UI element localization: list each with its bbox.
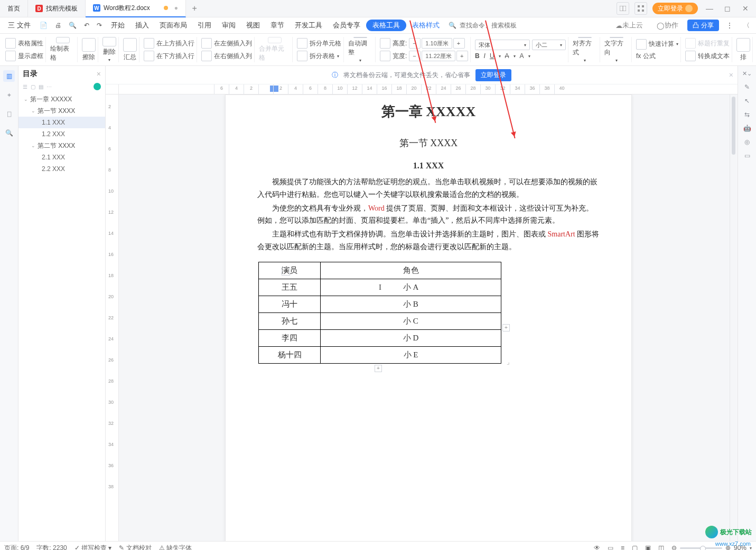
menu-reference[interactable]: 引用 (193, 18, 216, 32)
v-ruler[interactable]: 2468101214161820222426283032343638 (106, 94, 119, 541)
minimize-button[interactable]: — (703, 4, 716, 13)
menu-view[interactable]: 视图 (241, 18, 265, 32)
align[interactable]: 对齐方式▾ (571, 37, 600, 62)
table-cell[interactable]: 小 D (321, 329, 501, 346)
table-resize-icon[interactable]: ⌟ (507, 358, 510, 366)
sort[interactable]: 排 (734, 37, 753, 62)
show-grid[interactable]: 显示虚框 (18, 52, 43, 61)
save-icon[interactable]: 📄 (36, 20, 51, 31)
table-cell[interactable]: 小 AI (321, 279, 501, 296)
bold-button[interactable]: B (475, 52, 480, 60)
bookmark-icon[interactable]: ⎕ (3, 108, 15, 120)
table-header[interactable]: 角色 (321, 262, 501, 279)
new-tab-button[interactable]: + (186, 4, 203, 13)
redo-icon[interactable]: ↷ (94, 20, 105, 31)
split-table[interactable]: 拆分表格 (310, 52, 335, 61)
outline-node[interactable]: 2.1 XXX (18, 151, 105, 163)
table-props[interactable]: 表格属性 (18, 39, 43, 48)
highlight-button[interactable]: A (520, 52, 524, 60)
table-header[interactable]: 演员 (259, 262, 321, 279)
sync-dot-icon[interactable] (94, 83, 101, 90)
banner-login-button[interactable]: 立即登录 (475, 69, 511, 81)
tab-document[interactable]: WWord教程2.docx● (86, 0, 186, 17)
menu-vip[interactable]: 会员专享 (328, 18, 365, 32)
collapse-ribbon-icon[interactable]: 〈 (740, 20, 753, 31)
more-icon[interactable]: ⋮ (723, 20, 736, 31)
login-button[interactable]: 立即登录 (652, 3, 698, 14)
menu-review[interactable]: 审阅 (217, 18, 240, 32)
table-cell[interactable]: 小 E (321, 346, 501, 363)
settings-icon[interactable]: ⇆ (744, 111, 750, 118)
menu-table-tool[interactable]: 表格工具 (366, 20, 406, 31)
v-scrollbar[interactable] (730, 94, 738, 541)
inc-w[interactable]: + (456, 51, 468, 61)
file-menu[interactable]: 三 文件 (3, 18, 35, 32)
share-button[interactable]: 凸 分享 (687, 20, 719, 31)
text-direction[interactable]: 文字方向▾ (602, 37, 632, 62)
print-icon[interactable]: 🖨 (52, 20, 64, 31)
proofing[interactable]: ✎ 文档校对 (119, 544, 151, 551)
apps-icon[interactable] (634, 2, 647, 15)
menu-start[interactable]: 开始 (106, 18, 129, 32)
outline-node[interactable]: 1.2 XXX (18, 128, 105, 140)
summary[interactable]: 汇总 (121, 37, 139, 62)
table-cell[interactable]: 小 C (321, 312, 501, 329)
collab-button[interactable]: ◯ 协作 (652, 18, 683, 32)
view-web-icon[interactable]: ▢ (632, 544, 638, 550)
search-rail-icon[interactable]: 🔍 (3, 127, 15, 139)
view-focus-icon[interactable]: ◫ (658, 544, 664, 550)
menu-chapter[interactable]: 章节 (266, 18, 289, 32)
view-outline-icon[interactable]: ≡ (621, 544, 624, 550)
eye-icon[interactable]: 👁 (594, 544, 600, 550)
view-print-icon[interactable]: ▭ (608, 544, 613, 550)
close-rail-icon[interactable]: ✕⌄ (742, 70, 752, 77)
delete-cells[interactable]: 删除▾ (100, 37, 119, 62)
outline-toggle-icon[interactable]: ▥ (3, 70, 15, 82)
width-value[interactable]: 11.22厘米 (422, 51, 455, 61)
height-value[interactable]: 1.10厘米 (422, 38, 452, 49)
view-read-icon[interactable]: ▣ (645, 544, 651, 550)
document-page[interactable]: 第一章 XXXXX 第一节 XXXX 1.1 XXX 视频提供了功能强大的方法帮… (225, 94, 632, 541)
command-search[interactable]: 🔍 (449, 21, 519, 30)
insert-col-right[interactable]: 在右侧插入列 (214, 52, 252, 61)
inc-h[interactable]: + (453, 38, 465, 49)
formula[interactable]: fx 公式 (636, 52, 656, 61)
spellcheck[interactable]: ✓ 拼写检查 ▾ (74, 544, 112, 551)
add-row-icon[interactable]: + (375, 365, 382, 372)
table-cell[interactable]: 李四 (259, 329, 321, 346)
insert-row-below[interactable]: 在下方插入行 (156, 52, 194, 61)
font-select[interactable]: 宋体▾ (475, 40, 530, 50)
edit-icon[interactable]: ✎ (744, 83, 750, 91)
insert-row-above[interactable]: 在上方插入行 (156, 39, 194, 48)
close-button[interactable]: ✕ (739, 4, 752, 13)
document-table[interactable]: 演员角色王五小 AI冯十小 B孙七小 C李四小 D杨十四小 E (258, 262, 501, 364)
table-cell[interactable]: 小 B (321, 296, 501, 312)
banner-close-icon[interactable]: × (729, 71, 733, 79)
tools-icon[interactable]: ▭ (744, 152, 750, 159)
split-cells[interactable]: 拆分单元格 (310, 39, 341, 48)
outline-node[interactable]: ⌄第一章 XXXXX (18, 93, 105, 105)
nav-icon[interactable]: ⌖ (3, 89, 15, 101)
undo-icon[interactable]: ↶ (81, 20, 92, 31)
menu-layout[interactable]: 页面布局 (155, 18, 192, 32)
outline-node[interactable]: ⌄第一节 XXXX (18, 105, 105, 117)
outline-node[interactable]: ⌄第二节 XXXX (18, 140, 105, 151)
autofit[interactable]: 自动调整▾ (346, 37, 376, 62)
italic-button[interactable]: I (484, 52, 486, 60)
ai-icon[interactable]: 🤖 (743, 125, 751, 132)
layout-icon[interactable] (617, 2, 629, 15)
tab-templates[interactable]: D找稻壳模板 (28, 0, 86, 17)
cloud-status[interactable]: ☁ 未上云 (611, 18, 648, 32)
table-cell[interactable]: 王五 (259, 279, 321, 296)
table-cell[interactable]: 杨十四 (259, 346, 321, 363)
eraser[interactable]: 擦除 (80, 37, 98, 62)
tab-home[interactable]: 首页 (0, 0, 28, 17)
menu-dev[interactable]: 开发工具 (290, 18, 327, 32)
preview-icon[interactable]: 🔍 (66, 20, 80, 31)
outline-node[interactable]: 1.1 XXX (18, 117, 105, 128)
security-icon[interactable]: ◎ (744, 138, 750, 146)
outline-close-icon[interactable]: × (97, 70, 101, 78)
convert-text[interactable]: 转换成文本 (698, 52, 730, 61)
insert-col-left[interactable]: 在左侧插入列 (214, 39, 252, 48)
maximize-button[interactable]: ◻ (721, 4, 734, 13)
